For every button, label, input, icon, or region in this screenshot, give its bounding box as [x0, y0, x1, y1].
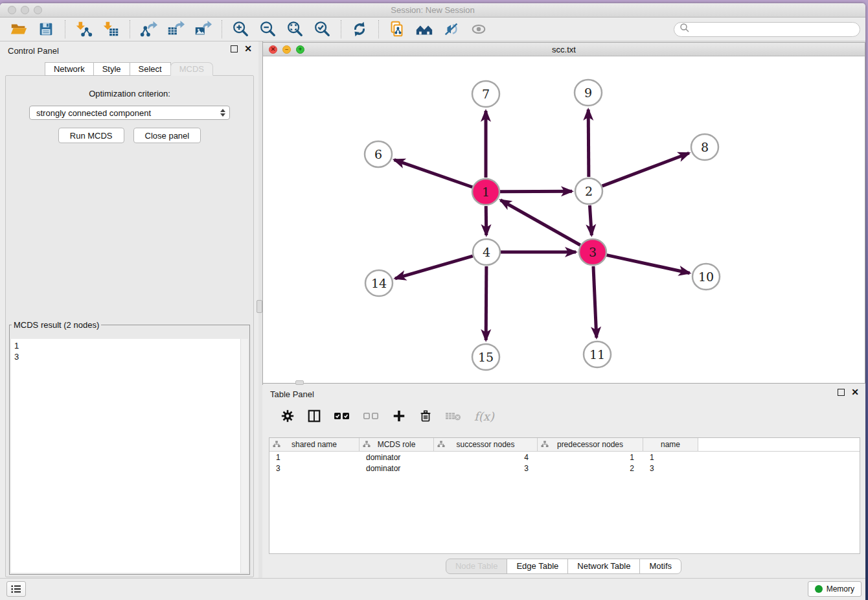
- float-panel-icon[interactable]: [231, 45, 238, 52]
- zoom-out-icon[interactable]: [257, 19, 279, 39]
- eye-icon[interactable]: [468, 19, 490, 39]
- search-input[interactable]: [674, 22, 860, 37]
- refresh-icon[interactable]: [348, 19, 371, 39]
- graph-node-8[interactable]: 8: [691, 134, 718, 160]
- network-window-titlebar: ✕ – + scc.txt: [262, 42, 865, 56]
- cell-successor-nodes[interactable]: 4: [434, 453, 538, 462]
- network-canvas[interactable]: 7968124314101511: [262, 56, 865, 384]
- table-body: 1dominator4113dominator323: [269, 452, 860, 474]
- network-graph[interactable]: 7968124314101511: [263, 56, 865, 383]
- graph-edge-2-9[interactable]: [588, 110, 589, 177]
- zoom-fit-icon[interactable]: [284, 19, 306, 39]
- table-tabs: Node TableEdge TableNetwork TableMotifs: [262, 559, 865, 574]
- graph-edge-4-14[interactable]: [395, 256, 473, 279]
- main-toolbar: [0, 17, 865, 41]
- graph-edge-1-2[interactable]: [500, 191, 572, 192]
- mcds-result-area[interactable]: 1 3: [11, 339, 248, 573]
- cell-mcds-role[interactable]: dominator: [360, 453, 434, 462]
- cell-predecessor-nodes[interactable]: 2: [538, 464, 643, 473]
- criterion-select[interactable]: strongly connected component: [29, 106, 230, 120]
- close-panel-button[interactable]: Close panel: [133, 128, 201, 143]
- graph-edge-4-15[interactable]: [486, 266, 486, 340]
- tab-style[interactable]: Style: [93, 62, 130, 76]
- tab-network[interactable]: Network: [45, 62, 94, 76]
- network-title: scc.txt: [263, 45, 865, 54]
- column-header-mcds-role[interactable]: MCDS role: [360, 438, 434, 451]
- add-column-icon[interactable]: [392, 409, 406, 423]
- tab-edge-table[interactable]: Edge Table: [507, 559, 568, 574]
- delete-table-icon[interactable]: [445, 410, 462, 422]
- cell-name[interactable]: 1: [643, 453, 698, 462]
- graph-node-6[interactable]: 6: [365, 141, 392, 167]
- graph-node-11[interactable]: 11: [584, 341, 611, 367]
- export-image-icon[interactable]: [192, 19, 214, 39]
- horizontal-splitter-grip[interactable]: [295, 380, 304, 385]
- cell-successor-nodes[interactable]: 3: [434, 464, 538, 473]
- graph-node-15[interactable]: 15: [472, 344, 499, 370]
- table-panel-header: Table Panel ✕: [262, 385, 865, 402]
- control-panel-header: Control Panel ✕: [0, 41, 258, 60]
- memory-label: Memory: [827, 584, 854, 594]
- app-title: Session: New Session: [0, 5, 865, 15]
- graph-node-9[interactable]: 9: [575, 80, 602, 106]
- houses-icon[interactable]: [413, 19, 435, 39]
- select-all-icon[interactable]: [334, 411, 350, 421]
- graph-node-label: 10: [698, 270, 714, 284]
- clone-network-icon[interactable]: [386, 19, 408, 39]
- gear-icon[interactable]: [280, 409, 295, 423]
- column-header-shared-name[interactable]: shared name: [269, 438, 360, 451]
- deselect-all-icon[interactable]: [363, 411, 380, 421]
- run-mcds-button[interactable]: Run MCDS: [58, 128, 124, 143]
- task-history-button[interactable]: [6, 581, 26, 597]
- mcds-result-title: MCDS result (2 nodes): [12, 320, 101, 330]
- save-session-icon[interactable]: [35, 19, 57, 39]
- cell-mcds-role[interactable]: dominator: [360, 464, 434, 473]
- table-row[interactable]: 1dominator411: [269, 452, 860, 463]
- graph-node-10[interactable]: 10: [692, 264, 720, 290]
- column-header-name[interactable]: name: [643, 438, 698, 451]
- cell-predecessor-nodes[interactable]: 1: [538, 453, 643, 462]
- tab-motifs[interactable]: Motifs: [639, 559, 681, 574]
- tab-node-table[interactable]: Node Table: [446, 559, 508, 574]
- split-panel-icon[interactable]: [307, 409, 321, 423]
- zoom-selected-icon[interactable]: [311, 19, 333, 39]
- delete-column-icon[interactable]: [418, 409, 433, 423]
- open-session-icon[interactable]: [8, 19, 30, 39]
- import-table-icon[interactable]: [100, 19, 122, 39]
- table-row[interactable]: 3dominator323: [269, 463, 860, 474]
- tab-select[interactable]: Select: [130, 62, 171, 76]
- graph-edge-3-10[interactable]: [606, 255, 689, 273]
- graph-node-1[interactable]: 1: [472, 179, 499, 205]
- table-toolbar: f(x): [262, 402, 865, 430]
- column-header-successor-nodes[interactable]: successor nodes: [434, 438, 538, 451]
- graph-node-14[interactable]: 14: [365, 270, 393, 296]
- graph-node-3[interactable]: 3: [579, 239, 606, 265]
- function-builder-icon[interactable]: f(x): [474, 410, 494, 423]
- import-network-icon[interactable]: [73, 19, 95, 39]
- vertical-splitter-grip[interactable]: [257, 300, 262, 313]
- tab-network-table[interactable]: Network Table: [567, 559, 640, 574]
- tab-mcds[interactable]: MCDS: [170, 62, 213, 76]
- cell-shared-name[interactable]: 3: [269, 464, 360, 473]
- export-table-icon[interactable]: [165, 19, 187, 39]
- column-header-predecessor-nodes[interactable]: predecessor nodes: [538, 438, 643, 451]
- graph-edge-3-11[interactable]: [593, 266, 597, 338]
- close-table-panel-icon[interactable]: ✕: [851, 389, 859, 396]
- select-stepper-icon: [220, 109, 225, 117]
- export-network-icon[interactable]: [137, 19, 159, 39]
- graph-edge-2-3[interactable]: [589, 205, 591, 235]
- close-panel-icon[interactable]: ✕: [244, 45, 252, 52]
- graph-node-7[interactable]: 7: [472, 81, 499, 107]
- graph-node-2[interactable]: 2: [575, 178, 602, 204]
- graph-node-4[interactable]: 4: [473, 239, 500, 265]
- graph-edge-1-6[interactable]: [394, 160, 473, 187]
- hide-selected-icon[interactable]: [440, 19, 463, 39]
- result-scrollbar[interactable]: [240, 339, 248, 573]
- graph-edge-3-1[interactable]: [501, 200, 580, 245]
- memory-button[interactable]: Memory: [808, 581, 862, 597]
- zoom-in-icon[interactable]: [229, 19, 251, 39]
- cell-shared-name[interactable]: 1: [269, 453, 360, 462]
- cell-name[interactable]: 3: [643, 464, 698, 473]
- graph-edge-2-8[interactable]: [602, 153, 689, 186]
- float-table-panel-icon[interactable]: [838, 389, 845, 396]
